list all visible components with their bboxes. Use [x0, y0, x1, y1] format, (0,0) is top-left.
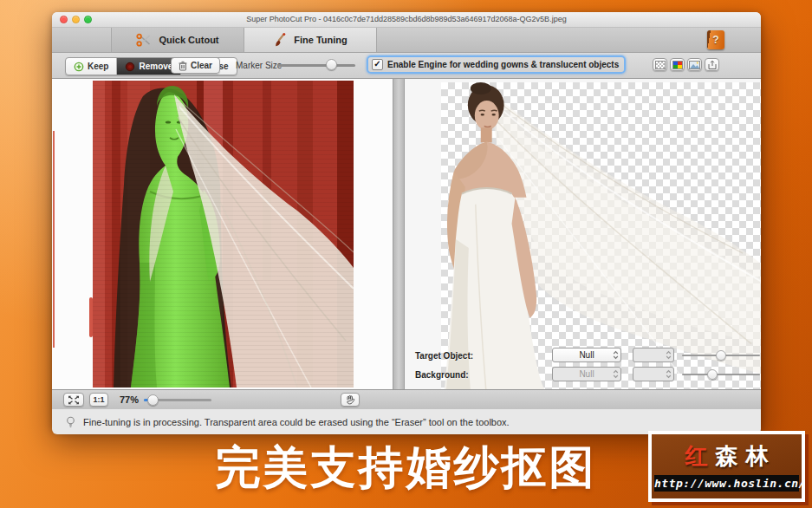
actual-size-label: 1:1: [93, 395, 104, 404]
tab-quick-cutout[interactable]: Quick Cutout: [111, 28, 244, 52]
brush-icon: [273, 32, 287, 48]
zoom-window-button[interactable]: [84, 16, 92, 23]
target-object-subselect[interactable]: [633, 348, 674, 362]
export-icon: [707, 60, 718, 70]
fit-to-window-button[interactable]: [63, 393, 84, 407]
engine-checkbox-label: Enable Engine for wedding gowns & transl…: [387, 60, 619, 69]
background-subselect[interactable]: [633, 367, 674, 381]
traffic-lights: [60, 16, 92, 23]
lightbulb-icon: [66, 416, 75, 428]
fit-arrows-icon: [68, 395, 80, 405]
cutout-result-image: [441, 82, 761, 389]
background-select[interactable]: Null: [552, 367, 621, 381]
zoom-percentage: 77%: [120, 394, 139, 405]
desktop-background: Super PhotoCut Pro - 0416c0c7de71dd28589…: [0, 0, 812, 508]
tab-bar: Quick Cutout Fine Tuning ?: [52, 28, 761, 53]
target-object-row: Target Object: Null: [415, 348, 757, 365]
target-object-label: Target Object:: [415, 351, 473, 361]
background-label: Background:: [415, 370, 469, 380]
brand-name: 红森林: [678, 441, 776, 472]
target-object-slider[interactable]: [682, 355, 760, 356]
color-palette-icon: [672, 61, 683, 69]
remove-button-label: Remove: [139, 62, 172, 71]
status-message: Fine-tuning is in processing. Transparen…: [83, 417, 510, 427]
close-window-button[interactable]: [60, 16, 68, 23]
app-window: Super PhotoCut Pro - 0416c0c7de71dd28589…: [52, 12, 761, 431]
zoom-slider[interactable]: [144, 399, 211, 401]
remove-circle-icon: [125, 62, 135, 72]
engine-checkbox[interactable]: ✓: [372, 59, 383, 70]
background-style-buttons: [653, 58, 719, 71]
trash-icon: [179, 61, 187, 71]
stray-marker-stroke: [53, 131, 55, 348]
photo-icon: [689, 61, 700, 69]
tab-fine-tuning-label: Fine Tuning: [294, 35, 348, 45]
marker-size-slider[interactable]: [277, 64, 355, 67]
transparency-checker-icon: [655, 61, 666, 69]
engine-checkbox-group[interactable]: ✓ Enable Engine for wedding gowns & tran…: [367, 55, 626, 74]
window-title: Super PhotoCut Pro - 0416c0c7de71dd28589…: [52, 12, 761, 27]
window-titlebar: Super PhotoCut Pro - 0416c0c7de71dd28589…: [52, 12, 761, 28]
zoom-bar: 1:1 77%: [52, 389, 761, 409]
target-object-value: Null: [579, 350, 594, 360]
brand-name-rest: 森林: [716, 443, 776, 469]
minimize-window-button[interactable]: [72, 16, 80, 23]
target-object-slider-thumb[interactable]: [716, 350, 726, 361]
brand-name-first-char: 红: [685, 443, 716, 469]
brand-url[interactable]: http://www.hoslin.cn/: [654, 475, 799, 492]
marker-size-label: Marker Size: [236, 61, 282, 70]
stepper-icon: [612, 368, 620, 380]
background-row: Background: Null: [415, 367, 757, 384]
actual-size-button[interactable]: 1:1: [89, 393, 108, 407]
marker-toolbar: Keep Remove: [52, 53, 761, 79]
editor-canvas: Target Object: Null: [52, 79, 761, 389]
adjust-panel: Target Object: Null: [415, 346, 757, 384]
keep-button[interactable]: Keep: [66, 58, 117, 75]
keep-plus-icon: [74, 62, 84, 72]
source-image-pane[interactable]: [52, 79, 393, 389]
background-color-button[interactable]: [670, 58, 685, 71]
brand-logo-box: 红森林 http://www.hoslin.cn/: [648, 431, 805, 502]
background-transparent-button[interactable]: [653, 58, 667, 71]
tab-quick-cutout-label: Quick Cutout: [159, 35, 218, 45]
keep-button-label: Keep: [88, 62, 108, 71]
export-button[interactable]: [705, 58, 719, 71]
stepper-icon: [665, 368, 672, 380]
zoom-slider-thumb[interactable]: [147, 394, 159, 406]
help-button-label: ?: [712, 34, 718, 46]
background-slider-thumb[interactable]: [707, 369, 718, 380]
clear-button-label: Clear: [191, 61, 212, 70]
stepper-icon: [612, 349, 620, 361]
pane-divider[interactable]: [393, 79, 405, 389]
tab-fine-tuning[interactable]: Fine Tuning: [244, 28, 377, 52]
background-image-button[interactable]: [687, 58, 702, 71]
pan-hand-button[interactable]: [341, 393, 360, 407]
result-image-pane[interactable]: Target Object: Null: [405, 79, 761, 389]
transparency-checkerboard: [441, 82, 761, 389]
clear-button[interactable]: Clear: [171, 57, 220, 74]
background-value: Null: [579, 369, 594, 379]
help-button[interactable]: ?: [707, 30, 724, 49]
background-slider[interactable]: [682, 374, 760, 375]
target-object-select[interactable]: Null: [552, 348, 621, 362]
stepper-icon: [665, 349, 672, 361]
scissors-icon: [136, 33, 152, 47]
source-image-marked[interactable]: [93, 81, 354, 388]
hand-icon: [345, 394, 355, 405]
marker-size-slider-thumb[interactable]: [326, 59, 337, 70]
